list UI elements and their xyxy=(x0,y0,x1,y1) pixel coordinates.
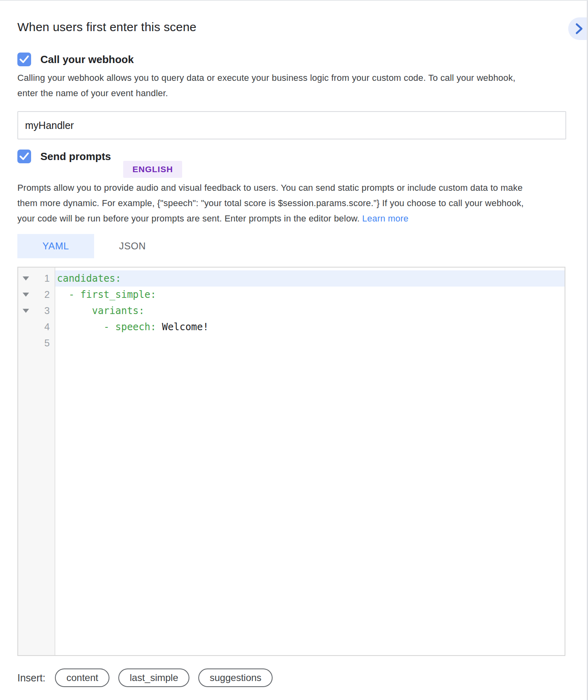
code-line: candidates: xyxy=(55,270,565,287)
line-number: 5 xyxy=(29,337,50,349)
code-line xyxy=(55,335,565,351)
yaml-editor[interactable]: 12345 candidates: - first_simple: varian… xyxy=(17,267,565,656)
check-icon xyxy=(19,152,29,161)
fold-toggle-icon[interactable] xyxy=(23,293,29,297)
scene-enter-panel: When users first enter this scene Call y… xyxy=(0,0,588,700)
editor-code-area[interactable]: candidates: - first_simple: variants: - … xyxy=(55,268,565,655)
gutter-row: 3 xyxy=(18,303,55,319)
check-icon xyxy=(19,55,29,64)
prompts-checkbox[interactable] xyxy=(17,150,31,163)
webhook-checkbox-row: Call your webhook xyxy=(17,53,134,66)
language-badge: ENGLISH xyxy=(123,161,182,178)
fold-toggle-icon[interactable] xyxy=(23,276,29,280)
gutter-row: 1 xyxy=(18,270,55,287)
insert-suggestions-button[interactable]: suggestions xyxy=(198,668,273,687)
webhook-description: Calling your webhook allows you to query… xyxy=(17,70,579,101)
insert-last-simple-button[interactable]: last_simple xyxy=(118,668,189,687)
yaml-text-token: Welcome! xyxy=(156,321,209,333)
insert-row: Insert: content last_simple suggestions xyxy=(17,668,281,687)
yaml-key-token: - speech: xyxy=(57,321,156,333)
prompts-label: Send prompts xyxy=(40,150,111,163)
line-number: 4 xyxy=(29,321,50,333)
fold-toggle-icon[interactable] xyxy=(23,309,29,313)
code-line: - speech: Welcome! xyxy=(55,319,565,335)
line-number: 2 xyxy=(29,289,50,300)
tab-json[interactable]: JSON xyxy=(94,234,171,258)
code-line: - first_simple: xyxy=(55,287,565,303)
event-handler-input[interactable] xyxy=(17,111,566,139)
tab-yaml[interactable]: YAML xyxy=(17,234,94,258)
prompts-checkbox-row: Send prompts xyxy=(17,150,111,163)
editor-format-tabs: YAML JSON xyxy=(17,234,171,258)
insert-label: Insert: xyxy=(17,672,45,684)
gutter-row: 2 xyxy=(18,287,55,303)
webhook-checkbox[interactable] xyxy=(17,53,31,66)
yaml-key-token: candidates: xyxy=(57,273,121,284)
chevron-right-icon xyxy=(573,22,584,35)
line-number: 1 xyxy=(29,273,50,284)
prompts-description: Prompts allow you to provide audio and v… xyxy=(17,180,579,226)
yaml-key-token: variants: xyxy=(57,305,145,316)
page-title: When users first enter this scene xyxy=(17,20,196,34)
gutter-row: 4 xyxy=(18,319,55,335)
insert-content-button[interactable]: content xyxy=(55,668,109,687)
editor-gutter: 12345 xyxy=(18,268,55,655)
line-number: 3 xyxy=(29,305,50,316)
learn-more-link[interactable]: Learn more xyxy=(362,213,409,223)
webhook-label: Call your webhook xyxy=(40,53,134,66)
yaml-key-token: - first_simple: xyxy=(57,289,156,300)
collapse-panel-button[interactable] xyxy=(568,17,587,40)
code-line: variants: xyxy=(55,303,565,319)
gutter-row: 5 xyxy=(18,335,55,351)
